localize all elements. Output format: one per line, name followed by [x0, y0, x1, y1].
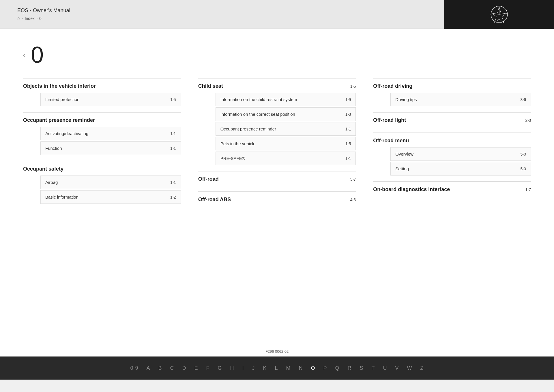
section-title-on-board-diagnostics[interactable]: On-board diagnostics interface [373, 186, 450, 193]
column-3: Off-road driving Driving tips 3›6 Off-ro… [373, 78, 531, 212]
section-title-occupant-safety: Occupant safety [23, 161, 181, 176]
alpha-b[interactable]: B [158, 365, 162, 371]
breadcrumb-index[interactable]: Index [25, 16, 35, 21]
entry-label-pre-safe: PRE-SAFE® [220, 156, 345, 161]
off-road-page: 5›7 [350, 177, 356, 182]
alpha-09[interactable]: 0 9 [130, 365, 138, 371]
off-road-light-page: 2›3 [525, 118, 531, 123]
breadcrumb-current: 0 [39, 16, 42, 21]
entries-off-road-driving: Driving tips 3›6 [373, 93, 531, 106]
section-header-off-road: Off-road 5›7 [198, 171, 356, 186]
section-off-road-light: Off-road light 2›3 [373, 112, 531, 127]
section-on-board-diagnostics: On-board diagnostics interface 1›7 [373, 181, 531, 196]
breadcrumb: ⌂ › Index › 0 [17, 16, 70, 21]
entry-activating-deactivating[interactable]: Activating/deactivating 1›1 [40, 127, 181, 140]
main-content: ‹ 0 Objects in the vehicle interior Limi… [0, 29, 554, 346]
header-left: EQS - Owner's Manual ⌂ › Index › 0 [17, 8, 70, 21]
alpha-p[interactable]: P [323, 365, 327, 371]
on-board-diagnostics-page: 1›7 [525, 187, 531, 192]
entry-basic-information[interactable]: Basic information 1›2 [40, 190, 181, 204]
alpha-u[interactable]: U [383, 365, 387, 371]
entry-pre-safe[interactable]: PRE-SAFE® 1›1 [216, 152, 356, 165]
column-2: Child seat 1›5 Information on the child … [198, 78, 356, 212]
section-title-off-road[interactable]: Off-road [198, 176, 219, 182]
alpha-f[interactable]: F [206, 365, 209, 371]
entry-driving-tips[interactable]: Driving tips 3›6 [390, 93, 531, 106]
alpha-o[interactable]: O [311, 365, 315, 371]
page-nav-left[interactable]: ‹ [23, 52, 25, 58]
entry-page-pets-in-vehicle: 1›5 [345, 141, 351, 146]
section-title-off-road-driving: Off-road driving [373, 78, 531, 93]
alpha-c[interactable]: C [170, 365, 174, 371]
entry-page-basic-information: 1›2 [170, 195, 176, 199]
alpha-n[interactable]: N [299, 365, 303, 371]
entry-label-setting: Setting [395, 166, 520, 171]
app-title: EQS - Owner's Manual [17, 8, 70, 14]
entry-label-basic-information: Basic information [45, 195, 170, 199]
section-occupant-presence: Occupant presence reminder Activating/de… [23, 112, 181, 155]
entry-page-occupant-presence-child: 1›1 [345, 127, 351, 131]
entries-objects: Limited protection 1›5 [23, 93, 181, 106]
section-title-child-seat[interactable]: Child seat [198, 83, 223, 89]
entry-airbag[interactable]: Airbag 1›1 [40, 176, 181, 189]
breadcrumb-home-icon[interactable]: ⌂ [17, 16, 20, 21]
entry-info-seat-position[interactable]: Information on the correct seat position… [216, 107, 356, 121]
alpha-k[interactable]: K [263, 365, 267, 371]
entries-off-road-menu: Overview 5›0 Setting 5›0 [373, 147, 531, 176]
column-1: Objects in the vehicle interior Limited … [23, 78, 181, 212]
alpha-a[interactable]: A [146, 365, 150, 371]
alpha-h[interactable]: H [230, 365, 234, 371]
section-header-off-road-light: Off-road light 2›3 [373, 112, 531, 127]
entry-limited-protection[interactable]: Limited protection 1›5 [40, 93, 181, 106]
alpha-g[interactable]: G [218, 365, 222, 371]
entry-page-driving-tips: 3›6 [520, 97, 526, 102]
section-title-off-road-abs[interactable]: Off-road ABS [198, 197, 231, 203]
entry-page-activating: 1›1 [170, 131, 176, 136]
section-title-off-road-menu: Off-road menu [373, 132, 531, 147]
alphabet-bar: 0 9 A B C D E F G H I J K L M N O P Q R … [0, 356, 554, 380]
entry-info-child-restraint[interactable]: Information on the child restraint syste… [216, 93, 356, 106]
entry-overview[interactable]: Overview 5›0 [390, 147, 531, 161]
entry-pets-in-vehicle[interactable]: Pets in the vehicle 1›5 [216, 137, 356, 150]
entry-label-pets-in-vehicle: Pets in the vehicle [220, 141, 345, 146]
header: EQS - Owner's Manual ⌂ › Index › 0 [0, 0, 554, 29]
logo-area [444, 0, 554, 29]
alpha-z[interactable]: Z [420, 365, 424, 371]
section-off-road-abs: Off-road ABS 4›3 [198, 191, 356, 206]
alpha-m[interactable]: M [286, 365, 291, 371]
section-off-road-driving: Off-road driving Driving tips 3›6 [373, 78, 531, 106]
entry-label-limited-protection: Limited protection [45, 97, 170, 102]
off-road-abs-page: 4›3 [350, 197, 356, 202]
alpha-l[interactable]: L [275, 365, 278, 371]
alpha-w[interactable]: W [407, 365, 412, 371]
entry-occupant-presence-child[interactable]: Occupant presence reminder 1›1 [216, 122, 356, 136]
entry-label-activating: Activating/deactivating [45, 131, 170, 136]
alpha-q[interactable]: Q [335, 365, 340, 371]
page-header: ‹ 0 [23, 43, 531, 66]
alpha-d[interactable]: D [182, 365, 186, 371]
alpha-r[interactable]: R [348, 365, 352, 371]
alpha-j[interactable]: J [252, 365, 255, 371]
entry-setting[interactable]: Setting 5›0 [390, 162, 531, 176]
entry-page-info-seat-position: 1›3 [345, 112, 351, 117]
alpha-s[interactable]: S [360, 365, 364, 371]
footer-code: F296 0062 02 [0, 346, 554, 356]
alpha-v[interactable]: V [395, 365, 399, 371]
alpha-e[interactable]: E [194, 365, 198, 371]
entry-label-function: Function [45, 146, 170, 151]
breadcrumb-sep1: › [22, 16, 23, 20]
content-columns: Objects in the vehicle interior Limited … [23, 78, 531, 212]
entries-occupant-presence: Activating/deactivating 1›1 Function 1›1 [23, 127, 181, 155]
section-header-off-road-abs: Off-road ABS 4›3 [198, 191, 356, 206]
entries-child-seat: Information on the child restraint syste… [198, 93, 356, 165]
entry-function[interactable]: Function 1›1 [40, 141, 181, 155]
section-title-off-road-light[interactable]: Off-road light [373, 117, 406, 123]
section-occupant-safety: Occupant safety Airbag 1›1 Basic informa… [23, 161, 181, 204]
alpha-i[interactable]: I [242, 365, 244, 371]
entry-page-limited-protection: 1›5 [170, 97, 176, 102]
breadcrumb-sep2: › [36, 16, 38, 20]
section-title-objects: Objects in the vehicle interior [23, 78, 181, 93]
entry-page-function: 1›1 [170, 146, 176, 151]
entry-label-airbag: Airbag [45, 180, 170, 185]
alpha-t[interactable]: T [372, 365, 375, 371]
